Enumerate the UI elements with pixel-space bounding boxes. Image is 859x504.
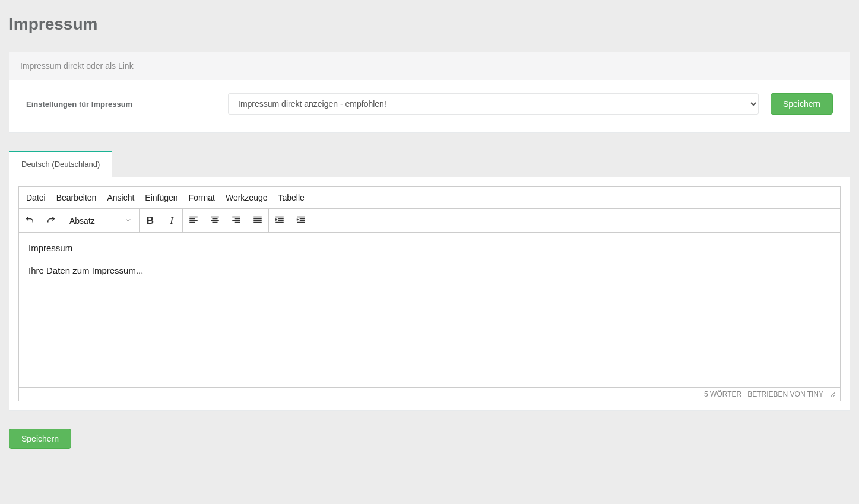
outdent-button[interactable] <box>269 209 290 232</box>
editor-toolbar: Absatz B I <box>19 209 840 233</box>
block-format-label: Absatz <box>69 216 95 226</box>
align-left-button[interactable] <box>183 209 204 232</box>
editor-statusbar: 5 WÖRTER BETRIEBEN VON TINY <box>19 387 840 401</box>
tabs-container: Deutsch (Deutschland) Datei Bearbeiten A… <box>9 151 850 411</box>
italic-button[interactable]: I <box>161 209 182 232</box>
bold-icon: B <box>147 215 154 227</box>
impressum-mode-select[interactable]: Impressum direkt anzeigen - empfohlen! <box>228 93 759 115</box>
outdent-icon <box>274 214 285 227</box>
redo-icon <box>46 214 56 227</box>
align-justify-icon <box>252 214 263 227</box>
menu-format[interactable]: Format <box>189 193 215 202</box>
indent-button[interactable] <box>290 209 312 232</box>
settings-label: Einstellungen für Impressum <box>26 100 216 109</box>
history-group <box>19 209 62 232</box>
undo-button[interactable] <box>19 209 40 232</box>
settings-controls: Impressum direkt anzeigen - empfohlen! S… <box>228 93 833 115</box>
editor-line: Ihre Daten zum Impressum... <box>28 264 831 278</box>
save-settings-button[interactable]: Speichern <box>771 93 833 115</box>
indent-icon <box>296 214 306 227</box>
panel-header: Impressum direkt oder als Link <box>9 52 850 80</box>
indent-group <box>269 209 312 232</box>
align-right-icon <box>231 214 242 227</box>
menu-datei[interactable]: Datei <box>26 193 46 202</box>
editor-line: Impressum <box>28 241 831 255</box>
resize-handle-icon[interactable] <box>829 391 835 397</box>
editor-content-area[interactable]: Impressum Ihre Daten zum Impressum... <box>19 233 840 387</box>
rich-text-editor: Datei Bearbeiten Ansicht Einfügen Format… <box>18 186 841 401</box>
menu-bearbeiten[interactable]: Bearbeiten <box>56 193 97 202</box>
align-center-button[interactable] <box>204 209 226 232</box>
block-format-select[interactable]: Absatz <box>62 209 140 232</box>
align-justify-button[interactable] <box>247 209 268 232</box>
align-right-button[interactable] <box>226 209 247 232</box>
page-title: Impressum <box>9 15 850 34</box>
save-content-button[interactable]: Speichern <box>9 429 71 449</box>
align-center-icon <box>210 214 220 227</box>
tab-content: Datei Bearbeiten Ansicht Einfügen Format… <box>9 177 850 411</box>
tabs-nav: Deutsch (Deutschland) <box>9 151 850 177</box>
undo-icon <box>24 214 35 227</box>
word-count: 5 WÖRTER <box>704 390 741 398</box>
panel-body: Einstellungen für Impressum Impressum di… <box>9 80 850 132</box>
align-group <box>183 209 269 232</box>
menu-werkzeuge[interactable]: Werkzeuge <box>226 193 268 202</box>
tab-deutsch[interactable]: Deutsch (Deutschland) <box>9 151 112 177</box>
menu-tabelle[interactable]: Tabelle <box>278 193 305 202</box>
chevron-down-icon <box>125 216 132 226</box>
menu-einfuegen[interactable]: Einfügen <box>145 193 177 202</box>
redo-button[interactable] <box>40 209 62 232</box>
align-left-icon <box>188 214 199 227</box>
menu-ansicht[interactable]: Ansicht <box>107 193 134 202</box>
settings-panel: Impressum direkt oder als Link Einstellu… <box>9 52 850 133</box>
italic-icon: I <box>170 215 173 227</box>
text-style-group: B I <box>140 209 183 232</box>
bold-button[interactable]: B <box>140 209 161 232</box>
powered-by[interactable]: BETRIEBEN VON TINY <box>747 390 823 398</box>
editor-menubar: Datei Bearbeiten Ansicht Einfügen Format… <box>19 187 840 209</box>
